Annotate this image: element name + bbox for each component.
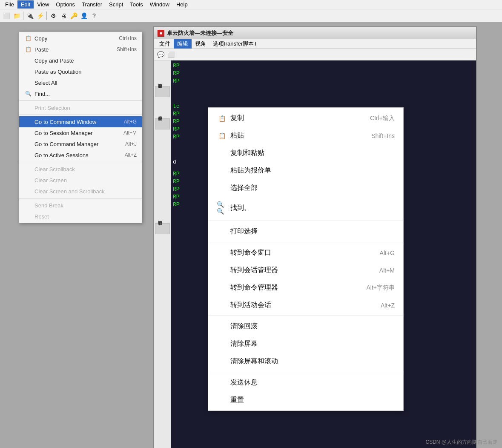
goto-active-icon — [24, 151, 32, 159]
cn-menu-paste-quotation[interactable]: 粘贴为报价单 — [208, 162, 403, 179]
copy-label: Copy — [34, 35, 110, 42]
inner-title-text: 卓云防火墙—未连接—安全 — [167, 29, 233, 37]
cn-sep2 — [208, 242, 403, 242]
cn-menu-clear-scroll[interactable]: 清除回滚 — [208, 318, 403, 335]
cn-goto-active-shortcut: Alt+Z — [381, 302, 395, 309]
cn-paste-shortcut: Shift+Ins — [371, 132, 395, 139]
menu-file[interactable]: File — [2, 0, 17, 9]
toolbar-connect[interactable]: 🔌 — [25, 11, 34, 20]
clear-screen-label: Clear Screen — [34, 177, 137, 184]
inner-menu-bar: 文件 编辑 视角 选项Iransfer脚本T — [154, 39, 476, 49]
select-all-label: Select All — [34, 80, 128, 86]
inner-menu-file[interactable]: 文件 — [156, 39, 174, 49]
menu-item-paste-quotation[interactable]: Paste as Quotation — [19, 66, 142, 77]
toolbar-help[interactable]: ? — [89, 11, 99, 20]
clear-scrollback-icon — [24, 165, 32, 173]
cn-menu-find[interactable]: 🔍🔍 找到。 — [208, 197, 403, 219]
cn-paste-label: 粘贴 — [230, 131, 371, 140]
cn-menu-reset[interactable]: 重置 — [208, 391, 403, 409]
select-all-icon — [24, 79, 32, 86]
cn-menu-clear-both[interactable]: 清除屏幕和滚动 — [208, 353, 403, 370]
toolbar-open[interactable]: 📁 — [12, 11, 21, 20]
copy-paste-icon — [24, 57, 32, 64]
cn-reset-label: 重置 — [230, 396, 395, 405]
cn-menu-goto-cmd-mgr[interactable]: 转到命令管理器 Alt+字符串 — [208, 279, 403, 296]
inner-tb-sessions[interactable]: 💬 — [156, 50, 165, 59]
inner-cmd-tab[interactable]: 命令管理器 — [155, 118, 170, 129]
toolbar-print[interactable]: 🖨 — [59, 11, 68, 20]
goto-session-icon — [24, 129, 32, 137]
send-break-icon — [24, 201, 32, 209]
cn-clear-both-label: 清除屏幕和滚动 — [230, 357, 395, 366]
toolbar-new[interactable]: ⬜ — [2, 11, 11, 20]
print-icon — [24, 104, 32, 112]
inner-tb-new[interactable]: ⬜ — [166, 50, 175, 59]
inner-menu-options[interactable]: 选项Iransfer脚本T — [209, 39, 261, 49]
menu-item-goto-cmd-mgr[interactable]: Go to Command Manager Alt+J — [19, 138, 142, 149]
toolbar-sep2 — [46, 11, 47, 20]
cn-menu-paste[interactable]: 📋 粘贴 Shift+Ins — [208, 127, 403, 144]
toolbar-disconnect[interactable]: ⚡ — [35, 11, 45, 20]
watermark: CSDN @人生的方向随自己而走 — [425, 439, 498, 446]
menu-item-reset[interactable]: Reset — [19, 211, 142, 222]
inner-menu-view[interactable]: 视角 — [192, 39, 209, 49]
clear-screen-icon — [24, 176, 32, 184]
toolbar-settings[interactable]: ⚙ — [49, 11, 58, 20]
inner-active-tab[interactable]: 活动会话 — [155, 223, 170, 234]
menu-item-clear-scrollback[interactable]: Clear Scrollback — [19, 164, 142, 175]
reset-icon — [24, 213, 32, 220]
clear-scrollback-label: Clear Scrollback — [34, 166, 137, 172]
cn-menu-clear-screen[interactable]: 清除屏幕 — [208, 335, 403, 353]
menu-window[interactable]: Window — [146, 0, 173, 9]
cn-copy-paste-label: 复制和粘贴 — [230, 149, 395, 158]
menu-item-print-selection[interactable]: Print Selection — [19, 102, 142, 113]
menu-item-goto-active[interactable]: Go to Active Sessions Alt+Z — [19, 149, 142, 161]
menu-item-send-break[interactable]: Send Break — [19, 200, 142, 211]
goto-active-shortcut: Alt+Z — [125, 152, 137, 158]
menu-item-find[interactable]: 🔍 Find... — [19, 88, 142, 99]
cn-copy-icon: 📋 — [217, 115, 227, 122]
paste-quotation-icon — [24, 68, 32, 75]
main-content: Session Manager Command Manager Active S… — [0, 22, 502, 448]
menu-transfer[interactable]: Transfer — [78, 0, 106, 9]
cn-menu-print[interactable]: 打印选择 — [208, 223, 403, 240]
clear-screen-scroll-icon — [24, 187, 32, 195]
cn-goto-cmd-label: 转到命令窗口 — [230, 248, 380, 257]
toolbar: ⬜ 📁 🔌 ⚡ ⚙ 🖨 🔑 👤 ? — [0, 9, 502, 22]
goto-active-label: Go to Active Sessions — [34, 152, 116, 158]
menu-item-goto-session[interactable]: Go to Session Manager Alt+M — [19, 127, 142, 138]
cn-copy-shortcut: Ctrl+输入 — [370, 115, 395, 122]
inner-menu-edit[interactable]: 编辑 — [174, 39, 192, 49]
cn-goto-session-label: 转到会话管理器 — [230, 266, 379, 275]
menu-view[interactable]: View — [34, 0, 52, 9]
cn-menu-select-all[interactable]: 选择全部 — [208, 179, 403, 197]
cn-find-icon: 🔍🔍 — [217, 201, 227, 215]
menu-tools[interactable]: Tools — [126, 0, 146, 9]
menu-script[interactable]: Script — [106, 0, 126, 9]
goto-cmd-mgr-shortcut: Alt+J — [125, 141, 137, 147]
menu-item-clear-screen[interactable]: Clear Screen — [19, 175, 142, 186]
menu-item-select-all[interactable]: Select All — [19, 77, 142, 88]
inner-session-tab[interactable]: 会话管理器 — [155, 86, 170, 97]
menu-help[interactable]: Help — [173, 0, 191, 9]
toolbar-key[interactable]: 🔑 — [69, 11, 78, 20]
menu-item-paste[interactable]: 📋 Paste Shift+Ins — [19, 44, 142, 55]
cn-sep1 — [208, 221, 403, 221]
find-label: Find... — [34, 91, 128, 97]
goto-command-shortcut: Alt+G — [124, 119, 137, 125]
toolbar-agent[interactable]: 👤 — [79, 11, 89, 20]
cn-menu-goto-active[interactable]: 转到活动会话 Alt+Z — [208, 296, 403, 314]
cn-menu-copy-paste[interactable]: 复制和粘贴 — [208, 144, 403, 162]
cn-menu-goto-session[interactable]: 转到会话管理器 Alt+M — [208, 261, 403, 279]
cn-menu-goto-cmd[interactable]: 转到命令窗口 Alt+G — [208, 244, 403, 261]
cn-menu-send-break[interactable]: 发送休息 — [208, 374, 403, 391]
menu-options[interactable]: Options — [52, 0, 78, 9]
menu-item-copy[interactable]: 📋 Copy Ctrl+Ins — [19, 33, 142, 44]
menu-edit[interactable]: Edit — [17, 0, 34, 9]
menu-item-clear-screen-scroll[interactable]: Clear Screen and Scrollback — [19, 186, 142, 197]
goto-session-shortcut: Alt+M — [123, 130, 137, 136]
cn-menu-copy[interactable]: 📋 复制 Ctrl+输入 — [208, 109, 403, 127]
menu-item-copy-paste[interactable]: Copy and Paste — [19, 55, 142, 66]
cn-sep4 — [208, 372, 403, 372]
menu-item-goto-command[interactable]: Go to Command Window Alt+G — [19, 116, 142, 127]
